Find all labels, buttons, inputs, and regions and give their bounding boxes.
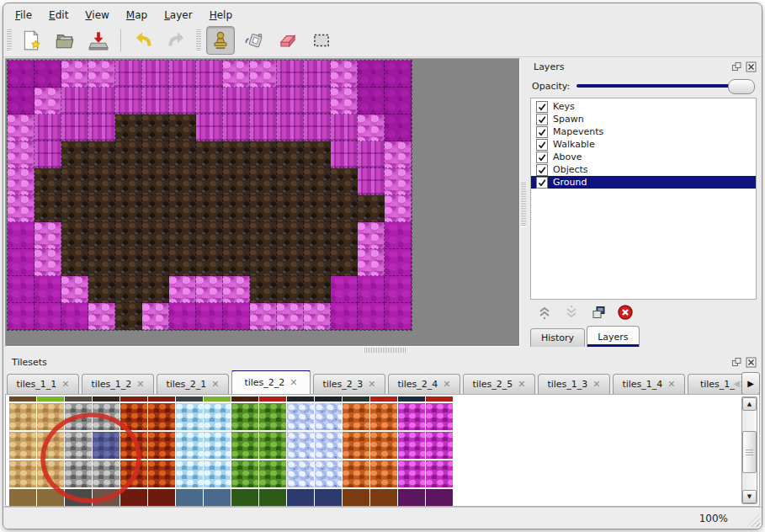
layer-row[interactable]: Keys (531, 100, 756, 113)
tileset-tile[interactable] (343, 403, 369, 430)
map-tile[interactable] (331, 168, 358, 195)
layer-visible-checkbox[interactable] (536, 152, 548, 163)
map-tile[interactable] (61, 276, 88, 303)
map-tile[interactable] (277, 168, 304, 195)
tab-close-icon[interactable]: ✕ (61, 379, 69, 390)
map-tile[interactable] (88, 88, 115, 114)
map-tile[interactable] (8, 88, 35, 114)
map-tile[interactable] (196, 141, 223, 168)
map-tile[interactable] (61, 168, 88, 195)
tab-close-icon[interactable]: ✕ (518, 379, 525, 390)
map-tile[interactable] (250, 303, 277, 330)
tileset-tile[interactable] (176, 403, 203, 430)
map-tile[interactable] (223, 61, 250, 88)
map-tile[interactable] (61, 222, 88, 249)
tool-save[interactable] (84, 26, 113, 55)
tileset-tab-tiles_2_4[interactable]: tiles_2_4✕ (388, 374, 460, 394)
map-tile[interactable] (8, 195, 35, 222)
tile-partial-top[interactable] (231, 396, 258, 402)
map-tile[interactable] (88, 195, 115, 222)
map-tile[interactable] (304, 276, 331, 303)
lower-layer-button[interactable] (562, 303, 581, 322)
map-tile[interactable] (196, 88, 223, 114)
tab-close-icon[interactable]: ✕ (211, 379, 219, 390)
tileset-tile[interactable] (287, 403, 314, 430)
map-tile[interactable] (35, 114, 61, 141)
tileset-tab-tiles_1_2[interactable]: tiles_1_2✕ (82, 374, 154, 394)
tileset-tile[interactable] (148, 432, 175, 459)
tileset-tile[interactable] (9, 403, 36, 430)
map-tile[interactable] (358, 61, 385, 88)
map-tile[interactable] (304, 141, 331, 168)
map-tile[interactable] (358, 222, 385, 249)
tileset-tile[interactable] (204, 432, 231, 459)
float-tilesets-icon[interactable] (731, 357, 742, 368)
tile-partial-top[interactable] (315, 396, 342, 402)
map-tile[interactable] (88, 249, 115, 276)
tileset-tile[interactable] (398, 432, 425, 459)
tileset-tile[interactable] (231, 460, 258, 487)
vertical-splitter[interactable] (520, 58, 527, 347)
map-tile[interactable] (304, 61, 331, 88)
map-tile[interactable] (385, 249, 412, 276)
map-tile[interactable] (8, 114, 35, 141)
tileset-tile[interactable] (176, 432, 203, 459)
map-tile[interactable] (223, 195, 250, 222)
map-tile[interactable] (277, 61, 304, 88)
tile-partial-bottom[interactable] (65, 489, 92, 507)
menu-layer[interactable]: Layer (157, 8, 199, 23)
map-tile[interactable] (385, 222, 412, 249)
map-tile[interactable] (61, 195, 88, 222)
horizontal-splitter[interactable] (3, 347, 762, 354)
map-tile[interactable] (250, 222, 277, 249)
tileset-tile[interactable] (343, 460, 369, 487)
map-tile[interactable] (35, 61, 61, 88)
map-tile[interactable] (277, 249, 304, 276)
tileset-tile[interactable] (204, 403, 231, 430)
layer-visible-checkbox[interactable] (536, 164, 548, 176)
map-tile[interactable] (331, 195, 358, 222)
tileset-tile[interactable] (315, 403, 342, 430)
tileset-tab-tiles_2_2[interactable]: tiles_2_2✕ (231, 370, 311, 394)
tile-partial-bottom[interactable] (315, 489, 342, 507)
map-tile[interactable] (358, 141, 385, 168)
tab-close-icon[interactable]: ✕ (443, 379, 450, 390)
close-tilesets-icon[interactable] (746, 357, 757, 368)
tabs-scroll-left-icon[interactable]: ◀ (731, 379, 741, 388)
map-tile[interactable] (115, 249, 142, 276)
scrollbar-thumb[interactable] (742, 431, 757, 473)
map-tile[interactable] (8, 168, 35, 195)
map-tile[interactable] (277, 222, 304, 249)
map-tile[interactable] (88, 303, 115, 330)
menu-view[interactable]: View (78, 8, 115, 23)
map-tile[interactable] (331, 303, 358, 330)
map-view[interactable] (5, 58, 520, 347)
tileset-tile[interactable] (426, 460, 453, 487)
tileset-tab-tiles_2_1[interactable]: tiles_2_1✕ (157, 374, 229, 394)
tile-partial-top[interactable] (93, 396, 120, 402)
tileset-tile[interactable] (120, 460, 147, 487)
tile-partial-top[interactable] (120, 396, 147, 402)
map-tile[interactable] (115, 61, 142, 88)
tile-partial-bottom[interactable] (426, 489, 453, 507)
tool-undo[interactable] (129, 26, 157, 55)
tile-partial-top[interactable] (9, 396, 36, 402)
map-tile[interactable] (304, 303, 331, 330)
map-tile[interactable] (331, 222, 358, 249)
map-tile[interactable] (223, 114, 250, 141)
tool-redo[interactable] (162, 26, 191, 55)
toolbar-grip-2[interactable] (196, 29, 201, 51)
tileset-tile[interactable] (315, 460, 342, 487)
map-tile[interactable] (358, 249, 385, 276)
map-tile[interactable] (223, 249, 250, 276)
map-tile[interactable] (250, 249, 277, 276)
map-tile[interactable] (358, 276, 385, 303)
tabs-scroll-right-button[interactable]: ▶ (741, 372, 760, 395)
tile-partial-top[interactable] (426, 396, 453, 402)
tile-partial-bottom[interactable] (259, 489, 286, 507)
tab-close-icon[interactable]: ✕ (592, 379, 600, 390)
tile-partial-bottom[interactable] (37, 489, 64, 507)
layer-row[interactable]: Ground (531, 176, 756, 189)
tool-new[interactable] (17, 26, 45, 55)
map-tile[interactable] (115, 303, 142, 330)
